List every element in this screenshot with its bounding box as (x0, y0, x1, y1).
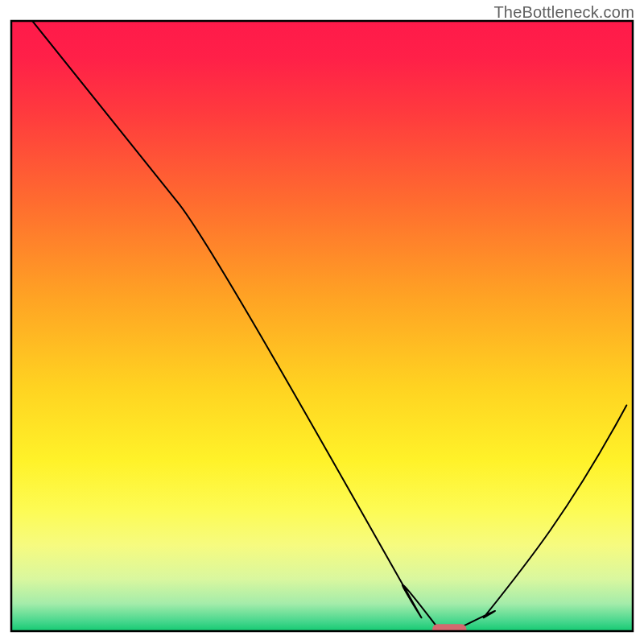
plot-background (11, 21, 633, 631)
optimal-marker (432, 624, 467, 634)
watermark-text: TheBottleneck.com (493, 3, 634, 22)
chart-container: TheBottleneck.com (0, 0, 644, 644)
bottleneck-chart (0, 0, 644, 644)
